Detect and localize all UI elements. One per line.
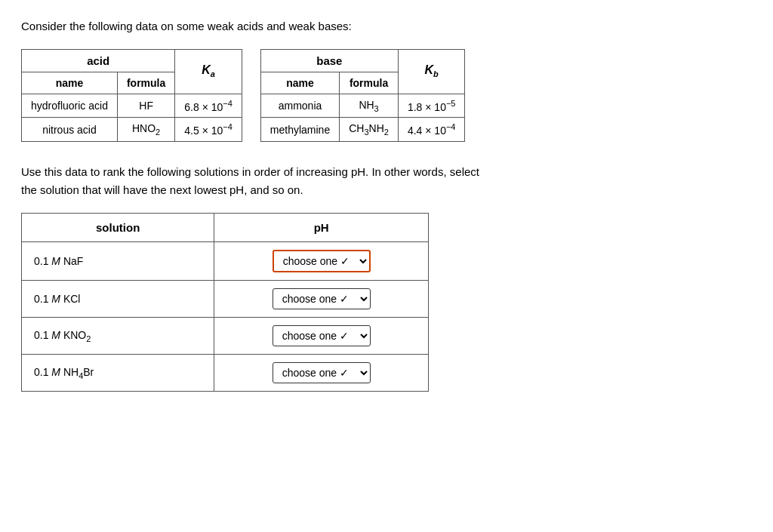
rank-row4-dropdown[interactable]: choose one ✓ 1 (lowest pH) 2 3 4 (highes… <box>273 362 371 383</box>
rank-row3-ph: choose one ✓ 1 (lowest pH) 2 3 4 (highes… <box>214 318 429 355</box>
instructions: Use this data to rank the following solu… <box>21 163 625 199</box>
acid-row2-ka: 4.5 × 10−4 <box>175 118 242 142</box>
instructions-line2: the solution that will have the next low… <box>21 183 303 196</box>
rank-row2-solution: 0.1 M KCl <box>22 281 214 318</box>
rank-table: solution pH 0.1 M NaF choose one ✓ 1 (lo… <box>21 213 429 392</box>
acid-name-header: name <box>22 72 118 94</box>
rank-row-2: 0.1 M KCl choose one ✓ 1 (lowest pH) 2 3… <box>22 281 429 318</box>
base-row1-formula: NH3 <box>340 94 399 118</box>
acid-row1-ka: 6.8 × 10−4 <box>175 94 242 118</box>
ka-header: Ka <box>175 49 242 94</box>
acid-table: acid Ka name formula hydrofluoric acid H… <box>21 49 242 143</box>
base-row2-kb: 4.4 × 10−4 <box>398 118 465 142</box>
rank-col-solution-header: solution <box>22 214 214 242</box>
rank-row1-ph: choose one ✓ 1 (lowest pH) 2 3 4 (highes… <box>214 242 429 281</box>
base-name-header: name <box>260 72 339 94</box>
instructions-line1: Use this data to rank the following solu… <box>21 165 479 178</box>
base-row-1: ammonia NH3 1.8 × 10−5 <box>260 94 465 118</box>
base-row-2: methylamine CH3NH2 4.4 × 10−4 <box>260 118 465 142</box>
base-group-header: base <box>260 49 398 72</box>
intro-text: Consider the following data on some weak… <box>21 18 752 35</box>
acid-row-1: hydrofluoric acid HF 6.8 × 10−4 <box>22 94 242 118</box>
rank-col-ph-header: pH <box>214 214 429 242</box>
base-row2-formula: CH3NH2 <box>340 118 399 142</box>
base-row1-name: ammonia <box>260 94 339 118</box>
rank-row3-solution: 0.1 M KNO2 <box>22 318 214 355</box>
base-row2-name: methylamine <box>260 118 339 142</box>
rank-row1-dropdown[interactable]: choose one ✓ 1 (lowest pH) 2 3 4 (highes… <box>273 250 371 272</box>
acid-row2-name: nitrous acid <box>22 118 118 142</box>
acid-group-header: acid <box>22 49 175 72</box>
base-table: base Kb name formula ammonia NH3 1.8 × 1… <box>260 49 466 143</box>
rank-row-1: 0.1 M NaF choose one ✓ 1 (lowest pH) 2 3… <box>22 242 429 281</box>
kb-header: Kb <box>398 49 465 94</box>
rank-row-3: 0.1 M KNO2 choose one ✓ 1 (lowest pH) 2 … <box>22 318 429 355</box>
data-tables-wrapper: acid Ka name formula hydrofluoric acid H… <box>21 49 752 143</box>
rank-row2-dropdown[interactable]: choose one ✓ 1 (lowest pH) 2 3 4 (highes… <box>273 288 371 309</box>
acid-row2-formula: HNO2 <box>117 118 174 142</box>
rank-row1-solution: 0.1 M NaF <box>22 242 214 281</box>
acid-row1-formula: HF <box>117 94 174 118</box>
base-row1-kb: 1.8 × 10−5 <box>398 94 465 118</box>
rank-row4-ph: choose one ✓ 1 (lowest pH) 2 3 4 (highes… <box>214 355 429 392</box>
acid-formula-header: formula <box>117 72 174 94</box>
base-formula-header: formula <box>340 72 399 94</box>
rank-row3-dropdown[interactable]: choose one ✓ 1 (lowest pH) 2 3 4 (highes… <box>273 325 371 346</box>
rank-row2-ph: choose one ✓ 1 (lowest pH) 2 3 4 (highes… <box>214 281 429 318</box>
rank-row4-solution: 0.1 M NH4Br <box>22 355 214 392</box>
acid-row-2: nitrous acid HNO2 4.5 × 10−4 <box>22 118 242 142</box>
acid-row1-name: hydrofluoric acid <box>22 94 118 118</box>
rank-row-4: 0.1 M NH4Br choose one ✓ 1 (lowest pH) 2… <box>22 355 429 392</box>
